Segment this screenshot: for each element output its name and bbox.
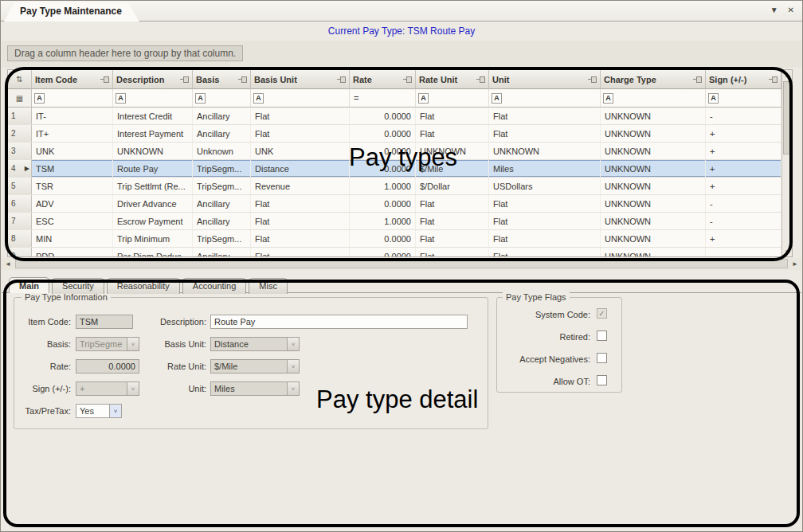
cell[interactable]: Flat bbox=[251, 230, 350, 247]
cell[interactable]: Flat bbox=[416, 195, 489, 212]
cell[interactable]: 1.0000 bbox=[350, 178, 416, 194]
filter-type-icon[interactable]: A bbox=[116, 93, 126, 104]
tab-misc[interactable]: Misc bbox=[249, 278, 288, 294]
cell[interactable]: IT- bbox=[32, 108, 113, 124]
description-field[interactable]: Route Pay bbox=[210, 315, 468, 329]
filter-type-icon[interactable]: A bbox=[603, 93, 613, 104]
filter-cell[interactable]: A bbox=[32, 89, 113, 108]
cell[interactable]: - bbox=[706, 248, 781, 256]
cell[interactable]: TripSegm... bbox=[193, 160, 251, 177]
grid-corner-header[interactable]: ⇅ bbox=[8, 70, 32, 89]
cell[interactable]: UNKNOWN bbox=[601, 213, 706, 229]
table-row[interactable]: 5TSRTrip Settlmt (Re...TripSegm...Revenu… bbox=[8, 178, 781, 195]
filter-type-icon[interactable]: A bbox=[253, 93, 264, 104]
filter-cell[interactable]: A bbox=[416, 89, 489, 108]
column-header[interactable]: Charge Type bbox=[601, 70, 706, 89]
cell[interactable]: UNK bbox=[32, 143, 113, 159]
cell[interactable]: UNK bbox=[251, 143, 350, 159]
tab-main[interactable]: Main bbox=[9, 277, 49, 293]
cell[interactable]: TripSegm... bbox=[193, 178, 251, 194]
cell[interactable]: ADV bbox=[32, 195, 113, 212]
cell[interactable]: UNKNOWN bbox=[601, 248, 706, 256]
cell[interactable]: + bbox=[706, 230, 781, 247]
column-header[interactable]: Item Code bbox=[32, 70, 113, 89]
cell[interactable]: UNKNOWN bbox=[601, 230, 706, 247]
pin-icon[interactable] bbox=[588, 76, 597, 83]
pin-icon[interactable] bbox=[769, 76, 778, 83]
table-row[interactable]: 2IT+Interest PaymentAncillaryFlat0.0000F… bbox=[8, 125, 781, 143]
filter-row-indicator[interactable]: ▦ bbox=[8, 89, 32, 108]
cell[interactable]: Distance bbox=[251, 160, 350, 177]
chevron-down-icon[interactable]: ▼ bbox=[770, 6, 778, 14]
cell[interactable]: Flat bbox=[489, 213, 601, 229]
pin-icon[interactable] bbox=[238, 76, 247, 83]
cell[interactable]: - bbox=[706, 213, 781, 229]
column-header[interactable]: Unit bbox=[489, 70, 601, 89]
row-indicator[interactable]: 2 bbox=[8, 125, 32, 142]
cell[interactable]: Flat bbox=[251, 108, 350, 124]
filter-type-icon[interactable]: A bbox=[195, 93, 206, 104]
cell[interactable]: UNKNOWN bbox=[601, 108, 706, 124]
table-row[interactable]: 7ESCEscrow PaymentAncillaryFlat1.0000Fla… bbox=[8, 213, 781, 230]
scroll-left-icon[interactable]: ◄ bbox=[2, 258, 14, 270]
row-indicator[interactable]: 4▶ bbox=[8, 160, 32, 177]
pin-icon[interactable] bbox=[337, 76, 346, 83]
pin-icon[interactable] bbox=[100, 76, 109, 83]
cell[interactable]: 0.0000 bbox=[350, 143, 416, 159]
cell[interactable]: IT+ bbox=[32, 125, 113, 142]
pin-icon[interactable] bbox=[403, 76, 412, 83]
cell[interactable]: Unknown bbox=[193, 143, 251, 159]
cell[interactable]: Driver Advance bbox=[113, 195, 193, 212]
cell[interactable]: UNKNOWN bbox=[489, 143, 601, 159]
cell[interactable]: Flat bbox=[416, 248, 489, 256]
cell[interactable]: + bbox=[706, 143, 781, 159]
table-row[interactable]: 9PDDPer Diem Deduc...AncillaryFlat0.0000… bbox=[8, 248, 781, 256]
allow-ot-checkbox[interactable] bbox=[597, 375, 607, 385]
cell[interactable]: UNKNOWN bbox=[113, 143, 193, 159]
cell[interactable]: Ancillary bbox=[193, 248, 251, 256]
filter-cell[interactable]: A bbox=[706, 89, 781, 108]
filter-type-icon[interactable]: A bbox=[492, 93, 502, 104]
cell[interactable]: Flat bbox=[416, 108, 489, 124]
cell[interactable]: UNKNOWN bbox=[601, 160, 706, 177]
filter-cell[interactable]: A bbox=[601, 89, 706, 108]
column-header[interactable]: Basis Unit bbox=[251, 70, 350, 89]
cell[interactable]: Interest Credit bbox=[113, 108, 193, 124]
cell[interactable]: 0.0000 bbox=[350, 108, 416, 124]
row-indicator[interactable]: 5 bbox=[8, 178, 32, 194]
cell[interactable]: Flat bbox=[416, 125, 489, 142]
filter-cell[interactable]: = bbox=[350, 89, 416, 108]
column-header[interactable]: Description bbox=[113, 70, 193, 89]
column-header[interactable]: Basis bbox=[193, 70, 251, 89]
tab-accounting[interactable]: Accounting bbox=[182, 278, 246, 294]
horizontal-scroll-thumb[interactable] bbox=[15, 259, 788, 268]
cell[interactable]: Flat bbox=[416, 213, 489, 229]
cell[interactable]: Miles bbox=[489, 160, 601, 177]
table-row[interactable]: 3UNKUNKNOWNUnknownUNK0.0000UNKNOWNUNKNOW… bbox=[8, 143, 781, 160]
cell[interactable]: - bbox=[706, 108, 781, 124]
cell[interactable]: Flat bbox=[489, 108, 601, 124]
cell[interactable]: UNKNOWN bbox=[601, 143, 706, 159]
accept-negatives-checkbox[interactable] bbox=[597, 353, 607, 363]
cell[interactable]: Per Diem Deduc... bbox=[113, 248, 193, 256]
cell[interactable]: 0.0000 bbox=[350, 160, 416, 177]
cell[interactable]: + bbox=[706, 178, 781, 194]
cell[interactable]: Ancillary bbox=[193, 213, 251, 229]
cell[interactable]: Flat bbox=[489, 125, 601, 142]
horizontal-scrollbar[interactable]: ◄ ► bbox=[2, 258, 801, 270]
cell[interactable]: 0.0000 bbox=[350, 248, 416, 256]
pin-icon[interactable] bbox=[476, 76, 485, 83]
cell[interactable]: PDD bbox=[32, 248, 113, 256]
cell[interactable]: UNKNOWN bbox=[601, 125, 706, 142]
cell[interactable]: $/Mile bbox=[416, 160, 489, 177]
filter-type-icon[interactable]: A bbox=[418, 93, 429, 104]
cell[interactable]: TSM bbox=[32, 160, 113, 177]
retired-checkbox[interactable] bbox=[597, 331, 607, 341]
row-indicator[interactable]: 9 bbox=[8, 248, 32, 256]
cell[interactable]: TripSegm... bbox=[193, 230, 251, 247]
filter-cell[interactable]: A bbox=[193, 89, 251, 108]
cell[interactable]: Flat bbox=[416, 230, 489, 247]
cell[interactable]: Trip Settlmt (Re... bbox=[113, 178, 193, 194]
row-indicator[interactable]: 8 bbox=[8, 230, 32, 247]
cell[interactable]: - bbox=[706, 195, 781, 212]
